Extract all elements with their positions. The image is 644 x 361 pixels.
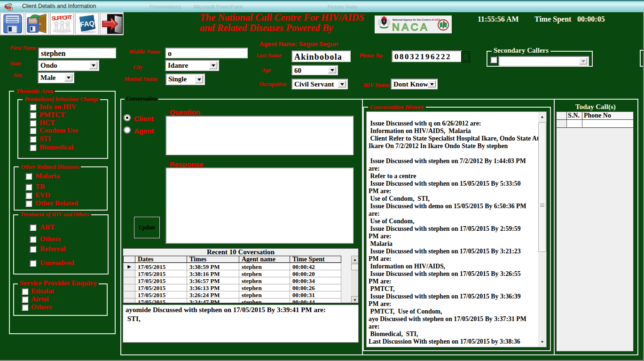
svg-text:D: D bbox=[9, 8, 11, 10]
svg-text:FAQ: FAQ bbox=[79, 19, 95, 29]
svg-text:NACA: NACA bbox=[392, 21, 429, 33]
